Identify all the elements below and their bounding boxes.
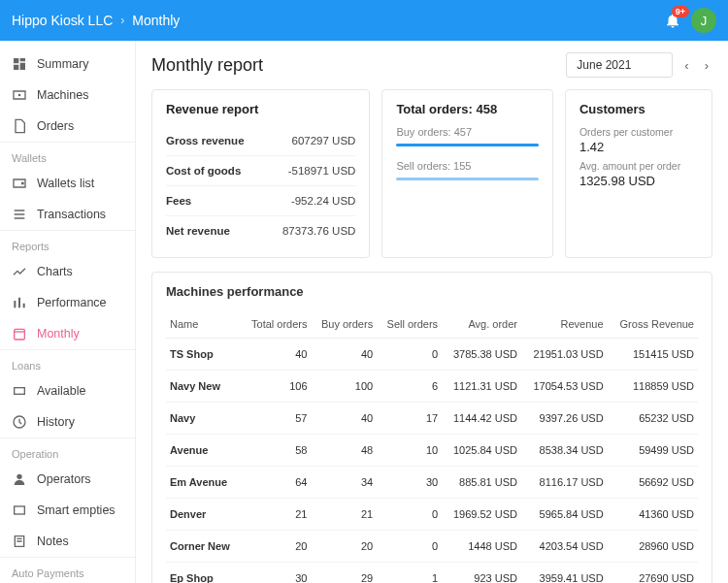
sidebar-item-smart-empties[interactable]: Smart empties bbox=[0, 495, 135, 526]
sidebar-item-performance[interactable]: Performance bbox=[0, 287, 135, 318]
sidebar-item-machines[interactable]: Machines bbox=[0, 80, 135, 111]
box-icon bbox=[12, 502, 27, 518]
revenue-row: Gross revenue607297 USD bbox=[166, 126, 355, 155]
table-cell: 40 bbox=[312, 403, 378, 435]
sidebar-item-operators[interactable]: Operators bbox=[0, 464, 135, 495]
revenue-key: Cost of goods bbox=[166, 165, 241, 177]
sidebar-section-header: Loans bbox=[0, 349, 135, 375]
table-cell: 100 bbox=[312, 371, 378, 403]
table-cell: Corner New bbox=[166, 531, 241, 563]
table-cell: 34 bbox=[312, 467, 378, 499]
sidebar-item-label: Transactions bbox=[37, 208, 106, 221]
prev-month-button[interactable]: ‹ bbox=[680, 54, 692, 77]
svg-point-5 bbox=[17, 474, 21, 479]
sell-orders-bar bbox=[396, 178, 539, 180]
table-cell: Denver bbox=[166, 499, 241, 531]
table-cell: 21 bbox=[241, 499, 311, 531]
sidebar-item-label: Orders bbox=[37, 119, 74, 133]
table-cell: 41360 USD bbox=[608, 499, 698, 531]
table-cell: Em Avenue bbox=[166, 467, 241, 499]
org-name[interactable]: Hippo Kiosk LLC bbox=[12, 13, 113, 28]
column-header[interactable]: Revenue bbox=[521, 310, 608, 339]
sidebar-item-transactions[interactable]: Transactions bbox=[0, 199, 135, 230]
svg-rect-1 bbox=[21, 182, 24, 185]
revenue-row: Net revenue87373.76 USD bbox=[166, 215, 355, 245]
table-row[interactable]: Em Avenue643430885.81 USD8116.17 USD5669… bbox=[166, 467, 698, 499]
top-bar: Hippo Kiosk LLC › Monthly 9+ J bbox=[0, 0, 728, 41]
table-row[interactable]: Ep Shop30291923 USD3959.41 USD27690 USD bbox=[166, 563, 698, 584]
sidebar-section-header: Reports bbox=[0, 230, 135, 256]
table-row[interactable]: TS Shop404003785.38 USD21951.03 USD15141… bbox=[166, 339, 698, 371]
column-header[interactable]: Avg. order bbox=[442, 310, 521, 339]
sidebar-item-wallets-list[interactable]: Wallets list bbox=[0, 168, 135, 199]
table-cell: 0 bbox=[377, 339, 442, 371]
avg-amount-value: 1325.98 USD bbox=[579, 174, 698, 188]
table-cell: 59499 USD bbox=[608, 435, 698, 467]
chevron-right-icon: › bbox=[120, 14, 124, 27]
table-cell: 9397.26 USD bbox=[521, 403, 608, 435]
column-header[interactable]: Total orders bbox=[241, 310, 311, 339]
panel-title: Machines performance bbox=[166, 284, 698, 299]
table-cell: 118859 USD bbox=[608, 371, 698, 403]
sidebar-item-label: Wallets list bbox=[37, 177, 94, 190]
breadcrumb: Hippo Kiosk LLC › Monthly bbox=[12, 13, 180, 28]
sidebar-item-summary[interactable]: Summary bbox=[0, 49, 135, 80]
money-icon bbox=[12, 87, 27, 103]
month-select[interactable]: June 2021 bbox=[566, 52, 673, 78]
table-cell: TS Shop bbox=[166, 339, 241, 371]
svg-rect-6 bbox=[15, 506, 25, 514]
sidebar-item-history[interactable]: History bbox=[0, 406, 135, 437]
revenue-value: -952.24 USD bbox=[291, 195, 355, 207]
table-cell: 885.81 USD bbox=[442, 467, 521, 499]
table-row[interactable]: Denver212101969.52 USD5965.84 USD41360 U… bbox=[166, 499, 698, 531]
revenue-value: -518971 USD bbox=[288, 165, 356, 177]
notifications-button[interactable]: 9+ bbox=[664, 12, 681, 29]
sidebar: SummaryMachinesOrdersWalletsWallets list… bbox=[0, 41, 136, 583]
revenue-key: Fees bbox=[166, 195, 191, 207]
avatar[interactable]: J bbox=[691, 8, 716, 33]
next-month-button[interactable]: › bbox=[701, 54, 712, 77]
sidebar-item-available[interactable]: Available bbox=[0, 375, 135, 406]
table-cell: 40 bbox=[241, 339, 311, 371]
column-header[interactable]: Buy orders bbox=[312, 310, 378, 339]
table-row[interactable]: Navy5740171144.42 USD9397.26 USD65232 US… bbox=[166, 403, 698, 435]
sidebar-item-notes[interactable]: Notes bbox=[0, 526, 135, 557]
person-icon bbox=[12, 471, 27, 487]
list-icon bbox=[12, 207, 27, 222]
revenue-row: Cost of goods-518971 USD bbox=[166, 155, 355, 185]
column-header[interactable]: Gross Revenue bbox=[608, 310, 698, 339]
svg-rect-2 bbox=[15, 329, 25, 340]
buy-orders-label: Buy orders: 457 bbox=[396, 126, 539, 138]
main-content: Monthly report June 2021 ‹ › Revenue rep… bbox=[136, 41, 728, 583]
sidebar-item-orders[interactable]: Orders bbox=[0, 111, 135, 142]
tag-icon bbox=[12, 383, 27, 399]
sidebar-section-header: Wallets bbox=[0, 142, 135, 168]
column-header[interactable]: Sell orders bbox=[377, 310, 442, 339]
table-cell: 65232 USD bbox=[608, 403, 698, 435]
table-row[interactable]: Corner New202001448 USD4203.54 USD28960 … bbox=[166, 531, 698, 563]
table-cell: 106 bbox=[241, 371, 311, 403]
sidebar-item-label: Smart empties bbox=[37, 503, 116, 517]
cal-icon bbox=[12, 326, 27, 341]
card-title: Revenue report bbox=[166, 102, 355, 116]
sidebar-item-monthly[interactable]: Monthly bbox=[0, 318, 135, 349]
sell-orders-label: Sell orders: 155 bbox=[396, 160, 539, 172]
table-row[interactable]: Navy New10610061121.31 USD17054.53 USD11… bbox=[166, 371, 698, 403]
customers-card: Customers Orders per customer 1.42 Avg. … bbox=[565, 89, 712, 258]
sidebar-item-label: Notes bbox=[37, 534, 69, 548]
revenue-report-card: Revenue report Gross revenue607297 USDCo… bbox=[151, 89, 370, 258]
revenue-row: Fees-952.24 USD bbox=[166, 185, 355, 215]
table-cell: 0 bbox=[377, 499, 442, 531]
table-cell: 10 bbox=[377, 435, 442, 467]
column-header[interactable]: Name bbox=[166, 310, 241, 339]
table-cell: 56692 USD bbox=[608, 467, 698, 499]
sidebar-item-charts[interactable]: Charts bbox=[0, 256, 135, 287]
card-title: Customers bbox=[579, 102, 698, 116]
doc-icon bbox=[12, 118, 27, 134]
machines-performance-panel: Machines performance NameTotal ordersBuy… bbox=[151, 272, 712, 583]
table-row[interactable]: Avenue5848101025.84 USD8538.34 USD59499 … bbox=[166, 435, 698, 467]
table-cell: 27690 USD bbox=[608, 563, 698, 584]
revenue-value: 607297 USD bbox=[292, 135, 356, 146]
revenue-key: Gross revenue bbox=[166, 135, 245, 146]
sidebar-item-label: Machines bbox=[37, 88, 89, 102]
